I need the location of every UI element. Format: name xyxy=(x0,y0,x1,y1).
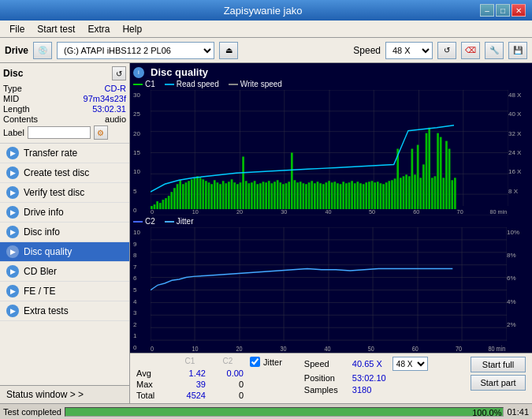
disc-label-input[interactable] xyxy=(28,126,91,139)
top-chart-y-left: 30 25 20 15 10 5 0 xyxy=(133,90,151,215)
nav-disc-info[interactable]: ▶ Disc info xyxy=(0,223,129,242)
svg-rect-67 xyxy=(294,180,296,209)
nav-verify-test-disc[interactable]: ▶ Verify test disc xyxy=(0,183,129,203)
nav-extra-tests[interactable]: ▶ Extra tests xyxy=(0,301,129,321)
svg-rect-115 xyxy=(431,178,433,209)
svg-rect-40 xyxy=(217,182,219,209)
save-button[interactable]: 💾 xyxy=(508,42,527,59)
speed-info: Speed 40.65 X 48 X Position 53:02.10 Sam… xyxy=(304,357,428,400)
nav-fe-te-label: FE / TE xyxy=(24,286,55,297)
maximize-button[interactable]: □ xyxy=(496,4,510,17)
disc-section-title: Disc xyxy=(3,68,23,79)
bottom-chart-y-right: 10% 8% 6% 4% 2% xyxy=(507,227,529,353)
stats-total-row: Total 4524 0 xyxy=(136,391,282,400)
disc-mid-label: MID xyxy=(3,94,19,103)
svg-rect-121 xyxy=(448,149,451,210)
svg-rect-56 xyxy=(262,181,265,209)
svg-text:80 min: 80 min xyxy=(489,208,507,215)
svg-text:80 min: 80 min xyxy=(488,343,505,352)
total-c1-value: 4524 xyxy=(174,391,206,400)
legend-jitter: Jitter xyxy=(165,217,194,226)
svg-rect-74 xyxy=(314,183,316,209)
total-label: Total xyxy=(136,391,168,400)
svg-rect-34 xyxy=(199,178,202,209)
legend-c2-label: C2 xyxy=(145,217,155,226)
speed-select-stats[interactable]: 48 X xyxy=(392,357,428,371)
nav-fe-te[interactable]: ▶ FE / TE xyxy=(0,282,129,301)
svg-rect-54 xyxy=(256,184,259,209)
disc-contents-value: audio xyxy=(105,114,126,124)
nav-drive-info[interactable]: ▶ Drive info xyxy=(0,203,129,223)
speed-select[interactable]: 48 X xyxy=(385,42,433,59)
svg-rect-37 xyxy=(208,182,210,209)
menu-extra[interactable]: Extra xyxy=(81,23,116,36)
main-area: Disc ↺ Type CD-R MID 97m34s23f Length 53… xyxy=(0,63,532,403)
chart-header: i Disc quality xyxy=(133,66,529,78)
disc-length-label: Length xyxy=(3,104,30,114)
menu-help[interactable]: Help xyxy=(116,23,148,36)
status-time: 01:41 xyxy=(507,407,529,417)
svg-rect-39 xyxy=(214,180,216,209)
progress-bar-fill xyxy=(65,408,503,416)
svg-text:40: 40 xyxy=(326,208,332,215)
svg-text:20: 20 xyxy=(236,208,243,215)
legend-read-speed: Read speed xyxy=(165,80,219,88)
settings-button[interactable]: 🔧 xyxy=(485,42,504,59)
svg-rect-46 xyxy=(233,182,236,209)
menu-file[interactable]: File xyxy=(3,23,31,36)
status-window-button[interactable]: Status window > > xyxy=(0,385,129,403)
svg-text:50: 50 xyxy=(369,208,375,215)
disc-mid-value: 97m34s23f xyxy=(84,94,126,103)
close-button[interactable]: ✕ xyxy=(512,4,526,17)
label-settings-button[interactable]: ⚙ xyxy=(94,125,108,140)
eject-button[interactable]: ⏏ xyxy=(219,42,238,59)
svg-text:30: 30 xyxy=(281,208,287,215)
chart-legend-bottom: C2 Jitter xyxy=(133,217,529,226)
refresh-button[interactable]: ↺ xyxy=(437,42,456,59)
legend-jitter-color xyxy=(165,221,174,223)
drive-icon-btn[interactable]: 💿 xyxy=(33,42,52,59)
jitter-checkbox-label[interactable]: Jitter xyxy=(250,357,282,367)
svg-rect-53 xyxy=(254,181,256,209)
fe-te-icon: ▶ xyxy=(6,285,19,297)
svg-rect-65 xyxy=(288,181,290,209)
svg-rect-50 xyxy=(245,181,247,209)
top-chart-svg-container: 0 10 20 30 40 50 60 70 80 min xyxy=(151,90,508,215)
svg-rect-97 xyxy=(380,183,382,209)
menu-bar: File Start test Extra Help xyxy=(0,21,532,38)
stats-max-row: Max 39 0 xyxy=(136,380,282,389)
top-chart-area: 30 25 20 15 10 5 0 xyxy=(133,90,529,215)
svg-rect-68 xyxy=(296,182,299,209)
svg-rect-62 xyxy=(279,182,281,209)
top-chart-svg: 0 10 20 30 40 50 60 70 80 min xyxy=(151,90,508,215)
start-full-button[interactable]: Start full xyxy=(471,357,526,372)
svg-rect-58 xyxy=(268,181,270,209)
svg-rect-69 xyxy=(299,181,302,209)
svg-rect-70 xyxy=(302,183,304,209)
nav-cd-bler[interactable]: ▶ CD Bler xyxy=(0,262,129,282)
erase-button[interactable]: ⌫ xyxy=(461,42,480,59)
svg-rect-81 xyxy=(333,181,336,209)
avg-c1-value: 1.42 xyxy=(174,368,206,378)
minimize-button[interactable]: – xyxy=(480,4,494,17)
disc-refresh-button[interactable]: ↺ xyxy=(112,66,126,80)
svg-rect-117 xyxy=(437,133,439,209)
legend-c2-color xyxy=(133,221,143,223)
max-label: Max xyxy=(136,380,168,389)
svg-rect-88 xyxy=(354,183,356,209)
start-part-button[interactable]: Start part xyxy=(471,375,526,391)
nav-transfer-rate[interactable]: ▶ Transfer rate xyxy=(0,144,129,163)
drive-select[interactable]: (G:) ATAPI iHBS112 2 PL06 xyxy=(57,42,214,59)
right-content: i Disc quality C1 Read speed Write speed xyxy=(130,63,532,403)
nav-create-test-disc[interactable]: ▶ Create test disc xyxy=(0,163,129,183)
svg-rect-45 xyxy=(231,179,233,209)
legend-write-speed: Write speed xyxy=(229,80,282,88)
jitter-checkbox[interactable] xyxy=(250,357,260,367)
menu-start-test[interactable]: Start test xyxy=(31,23,81,36)
svg-text:70: 70 xyxy=(457,208,463,215)
svg-rect-24 xyxy=(170,192,173,209)
nav-extra-tests-label: Extra tests xyxy=(24,305,69,316)
nav-disc-quality[interactable]: ▶ Disc quality xyxy=(0,242,129,262)
nav-create-test-disc-label: Create test disc xyxy=(24,167,89,178)
nav-cd-bler-label: CD Bler xyxy=(24,266,57,277)
